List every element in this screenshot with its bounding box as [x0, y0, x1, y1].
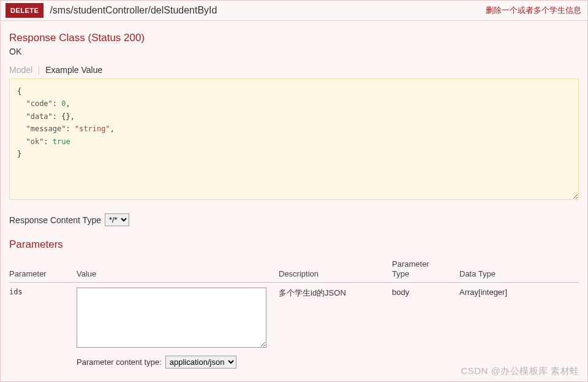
operation-header[interactable]: DELETE /sms/studentController/delStudent…: [1, 1, 587, 21]
json-key: "data": [26, 112, 52, 121]
json-key: "message": [26, 124, 66, 133]
parameters-table: Parameter Value Description ParameterTyp…: [9, 256, 579, 373]
json-key: "ok": [26, 137, 43, 146]
example-value-box[interactable]: { "code": 0, "data": {}, "message": "str…: [9, 78, 579, 200]
response-tabs: Model Example Value: [9, 65, 579, 76]
endpoint-description: 删除一个或者多个学生信息: [486, 5, 581, 16]
col-data-type: Data Type: [459, 256, 579, 283]
json-string: "string": [75, 124, 110, 133]
param-description: 多个学生id的JSON: [279, 283, 392, 374]
param-name: ids: [9, 283, 77, 374]
parameters-header-row: Parameter Value Description ParameterTyp…: [9, 256, 579, 283]
parameters-heading: Parameters: [9, 239, 579, 251]
operation-body: Response Class (Status 200) OK Model Exa…: [1, 21, 587, 373]
param-content-type-select[interactable]: application/json: [165, 356, 236, 369]
tab-example-value[interactable]: Example Value: [45, 65, 103, 76]
tab-model[interactable]: Model: [9, 65, 32, 76]
response-content-type-select[interactable]: */*: [105, 213, 129, 226]
param-content-type-row: Parameter content type: application/json: [77, 356, 276, 369]
param-content-type-label: Parameter content type:: [77, 357, 162, 367]
response-status-text: OK: [9, 47, 579, 56]
param-value-cell: Parameter content type: application/json: [77, 283, 279, 374]
response-content-type-label: Response Content Type: [9, 215, 101, 225]
http-method-badge: DELETE: [6, 3, 43, 18]
tab-separator: [39, 66, 39, 75]
json-object: {}: [61, 112, 70, 121]
param-type: body: [392, 283, 459, 374]
param-value-input[interactable]: [77, 288, 266, 348]
col-value: Value: [77, 256, 279, 283]
json-boolean: true: [53, 137, 70, 146]
response-content-type-row: Response Content Type */*: [9, 213, 579, 226]
table-row: ids Parameter content type: application/…: [9, 283, 579, 374]
json-number: 0: [61, 99, 66, 108]
response-class-title: Response Class (Status 200): [9, 32, 579, 44]
col-description: Description: [279, 256, 392, 283]
col-parameter: Parameter: [9, 256, 77, 283]
param-data-type: Array[integer]: [459, 283, 579, 374]
endpoint-path: /sms/studentController/delStudentById: [50, 5, 486, 16]
col-parameter-type: ParameterType: [392, 256, 459, 283]
json-key: "code": [26, 99, 52, 108]
